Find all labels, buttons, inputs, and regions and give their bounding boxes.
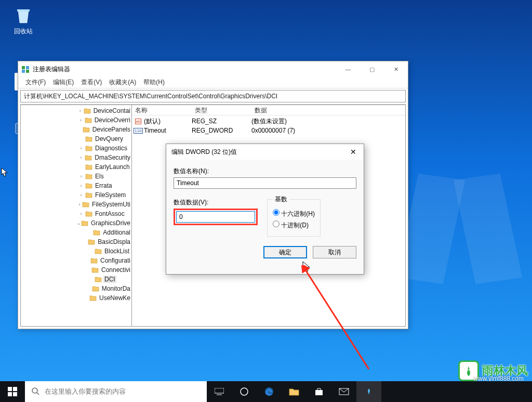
value-name-input[interactable]: [174, 177, 356, 189]
tree-item-label: BasicDispla: [97, 238, 131, 245]
tree-item[interactable]: ›DmaSecurity: [21, 153, 131, 162]
taskbar-explorer-icon[interactable]: [282, 381, 307, 402]
taskbar-mail-icon[interactable]: [331, 381, 356, 402]
tree-item-label: DmaSecurity: [94, 154, 131, 161]
tree-item[interactable]: ›DeviceOverri: [21, 115, 131, 125]
value-data-input[interactable]: [176, 211, 255, 223]
expand-icon[interactable]: ›: [77, 183, 85, 188]
svg-point-16: [241, 388, 248, 395]
cancel-button[interactable]: 取消: [313, 246, 356, 258]
menu-favorites[interactable]: 收藏夹(A): [106, 77, 139, 88]
value-row[interactable]: ab (默认) REG_SZ (数值未设置): [132, 116, 405, 126]
tree-item-label: Connectivi: [100, 266, 131, 274]
tree-item-label: MonitorDa: [101, 285, 131, 292]
folder-icon: [85, 164, 92, 170]
column-headers[interactable]: 名称 类型 数据: [132, 105, 405, 115]
value-type: REG_DWORD: [192, 127, 251, 134]
tree-item[interactable]: ›Els: [21, 172, 131, 181]
expand-icon[interactable]: ›: [77, 192, 85, 198]
menu-help[interactable]: 帮助(H): [140, 77, 168, 88]
tree-pane[interactable]: ›DeviceContai›DeviceOverriDevicePanelsDe…: [20, 105, 132, 327]
tree-item[interactable]: MonitorDa: [21, 284, 131, 293]
tree-item[interactable]: DCI: [21, 275, 131, 284]
folder-icon: [89, 295, 97, 301]
folder-icon: [91, 267, 99, 273]
tree-item[interactable]: DevQuery: [21, 134, 131, 144]
task-view-button[interactable]: [207, 381, 232, 402]
cursor-icon: [1, 167, 8, 177]
taskbar-app-icon[interactable]: [356, 381, 381, 402]
windows-logo-icon: [8, 387, 17, 396]
watermark: 雨林木风 www.ylmf888.com: [458, 360, 528, 381]
folder-icon: [88, 239, 95, 245]
tree-item[interactable]: ›Errata: [21, 181, 131, 190]
menu-view[interactable]: 查看(V): [78, 77, 105, 88]
folder-icon: [95, 276, 102, 282]
dialog-close-button[interactable]: ✕: [343, 148, 364, 156]
tree-item[interactable]: ›FileSystem: [21, 190, 131, 200]
minimize-button[interactable]: —: [336, 61, 360, 77]
radio-dec[interactable]: 十进制(D): [273, 221, 315, 230]
search-icon: [31, 387, 39, 397]
window-title: 注册表编辑器: [33, 65, 336, 74]
taskbar-cortana-icon[interactable]: [232, 381, 257, 402]
radio-hex[interactable]: 十六进制(H): [273, 209, 315, 218]
tree-item[interactable]: Connectivi: [21, 265, 131, 275]
tree-item[interactable]: EarlyLaunch: [21, 162, 131, 172]
value-type: REG_SZ: [192, 118, 251, 125]
taskbar-search[interactable]: 在这里输入你要搜索的内容: [25, 381, 207, 402]
folder-icon: [90, 257, 98, 264]
tree-item[interactable]: UseNewKe: [21, 293, 131, 303]
value-data-highlight: [174, 209, 258, 225]
value-name-label: 数值名称(N):: [174, 167, 356, 176]
expand-icon[interactable]: ⌄: [77, 221, 81, 226]
tree-item[interactable]: Additional: [21, 228, 131, 237]
close-button[interactable]: ✕: [384, 61, 408, 77]
value-row[interactable]: 110 Timeout REG_DWORD 0x00000007 (7): [132, 126, 405, 135]
taskbar-edge-icon[interactable]: [257, 381, 282, 402]
desktop-icon-recycle-bin[interactable]: 回收站: [5, 4, 42, 36]
tree-item[interactable]: ⌄GraphicsDrive: [21, 218, 131, 228]
folder-icon: [85, 145, 92, 151]
expand-icon[interactable]: ›: [77, 146, 85, 151]
regedit-icon: [21, 65, 30, 73]
tree-item[interactable]: ›FileSystemUti: [21, 200, 131, 209]
folder-icon: [95, 248, 102, 254]
col-type[interactable]: 类型: [192, 105, 251, 115]
menu-file[interactable]: 文件(F): [22, 77, 49, 88]
expand-icon[interactable]: ›: [77, 211, 85, 216]
menu-edit[interactable]: 编辑(E): [50, 77, 77, 88]
desktop-icon-label: 回收站: [5, 27, 42, 36]
tree-item-label: Errata: [94, 182, 113, 189]
ok-button[interactable]: 确定: [263, 246, 307, 258]
expand-icon[interactable]: ›: [77, 155, 85, 160]
value-data-label: 数值数据(V):: [174, 198, 267, 207]
expand-icon[interactable]: ›: [77, 108, 84, 113]
value-icon: ab: [134, 117, 142, 125]
svg-rect-14: [215, 388, 224, 393]
tree-item[interactable]: ›Diagnostics: [21, 144, 131, 153]
tree-item[interactable]: Configurati: [21, 256, 131, 265]
taskbar-store-icon[interactable]: [307, 381, 331, 402]
tree-item[interactable]: ›FontAssoc: [21, 209, 131, 218]
tree-item-label: FileSystem: [94, 191, 127, 199]
titlebar[interactable]: 注册表编辑器 — ▢ ✕: [18, 61, 408, 77]
address-bar[interactable]: 计算机\HKEY_LOCAL_MACHINE\SYSTEM\CurrentCon…: [20, 90, 406, 102]
tree-item[interactable]: BlockList: [21, 247, 131, 256]
maximize-button[interactable]: ▢: [360, 61, 384, 77]
expand-icon[interactable]: ›: [77, 202, 82, 207]
tree-item[interactable]: DevicePanels: [21, 125, 131, 134]
tree-item-label: DevicePanels: [91, 126, 131, 133]
tree-item[interactable]: BasicDispla: [21, 237, 131, 247]
dialog-titlebar[interactable]: 编辑 DWORD (32 位)值 ✕: [166, 144, 364, 160]
col-data[interactable]: 数据: [251, 105, 405, 115]
taskbar: 在这里输入你要搜索的内容: [0, 381, 532, 402]
start-button[interactable]: [0, 381, 25, 402]
expand-icon[interactable]: ›: [77, 174, 85, 179]
tree-item-label: EarlyLaunch: [94, 163, 131, 171]
expand-icon[interactable]: ›: [77, 118, 85, 123]
col-name[interactable]: 名称: [132, 105, 192, 115]
tree-item[interactable]: ›DeviceContai: [21, 106, 131, 115]
tree-item-label: DeviceContai: [92, 107, 131, 114]
system-tray[interactable]: [528, 381, 532, 402]
